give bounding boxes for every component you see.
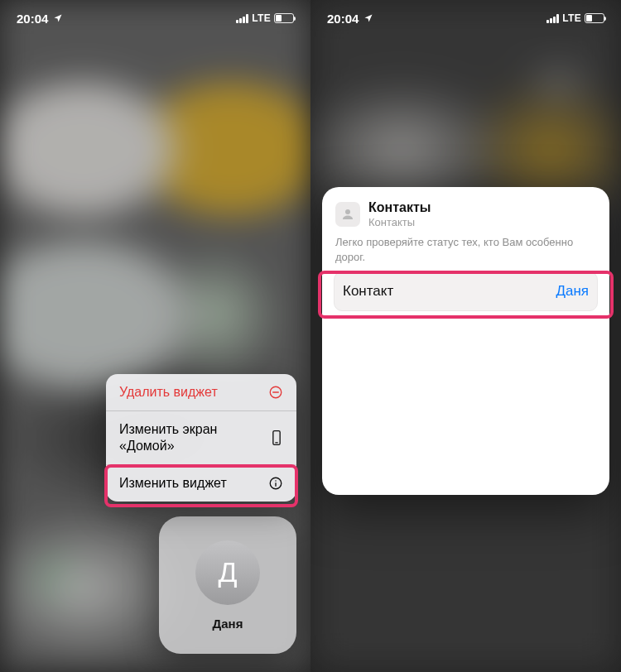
sheet-subtitle: Контакты	[368, 216, 431, 228]
sheet-title: Контакты	[368, 200, 431, 215]
edit-widget-item[interactable]: Изменить виджет	[106, 464, 296, 502]
status-time: 20:04	[17, 12, 48, 26]
contact-field-row[interactable]: Контакт Даня	[334, 271, 598, 311]
sheet-header: Контакты Контакты	[335, 200, 596, 228]
minus-circle-icon	[268, 385, 283, 400]
network-type: LTE	[252, 12, 271, 24]
status-bar: 20:04 LTE	[0, 0, 310, 36]
delete-widget-item[interactable]: Удалить виджет	[106, 374, 296, 410]
phone-icon	[270, 430, 283, 446]
cellular-signal-icon	[236, 14, 248, 23]
field-value: Даня	[556, 283, 589, 300]
edit-home-screen-item[interactable]: Изменить экран «Домой»	[106, 410, 296, 464]
cellular-signal-icon	[546, 14, 559, 23]
context-menu: Удалить виджет Изменить экран «Домой» Из…	[106, 374, 296, 502]
network-type: LTE	[562, 12, 581, 24]
left-screenshot: 20:04 LTE Удалить виджет Изменить экран …	[0, 0, 310, 672]
contacts-app-icon	[335, 202, 360, 227]
status-bar: 20:04 LTE	[310, 0, 621, 36]
edit-widget-sheet: Контакты Контакты Легко проверяйте стату…	[322, 187, 609, 495]
menu-item-label: Удалить виджет	[119, 384, 218, 401]
battery-icon	[274, 13, 294, 23]
menu-item-label: Изменить виджет	[119, 475, 227, 492]
field-label: Контакт	[343, 283, 393, 300]
sheet-description: Легко проверяйте статус тех, кто Вам осо…	[335, 235, 596, 265]
location-icon	[53, 12, 63, 26]
contact-name-label: Даня	[213, 617, 243, 631]
svg-point-7	[345, 209, 350, 214]
avatar-initial: Д	[218, 556, 237, 588]
status-time: 20:04	[327, 12, 359, 26]
location-icon	[363, 12, 373, 26]
contact-widget[interactable]: Д Даня	[159, 516, 296, 654]
info-circle-icon	[268, 476, 283, 491]
right-screenshot: 20:04 LTE Контакты Контакты Легко провер…	[310, 0, 621, 672]
avatar: Д	[195, 540, 260, 605]
battery-icon	[585, 13, 604, 23]
menu-item-label: Изменить экран «Домой»	[119, 421, 270, 454]
svg-point-5	[275, 480, 277, 482]
